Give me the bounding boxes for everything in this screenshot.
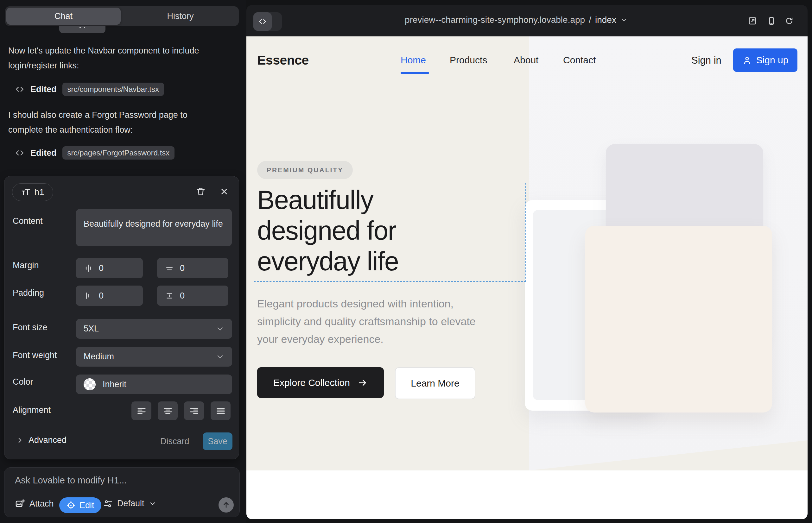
hero-cta-row: Explore Collection Learn More xyxy=(257,367,475,399)
padding-label: Padding xyxy=(13,288,44,298)
edit-mode-button[interactable]: Edit xyxy=(59,497,101,513)
code-icon xyxy=(15,84,25,94)
site-logo[interactable]: Essence xyxy=(257,53,309,68)
element-tag-label: h1 xyxy=(34,187,44,197)
learn-more-label: Learn More xyxy=(411,378,459,389)
code-preview-toggle[interactable] xyxy=(253,12,282,31)
mobile-device-icon xyxy=(767,16,776,25)
close-panel-button[interactable] xyxy=(217,184,231,198)
nav-link-contact[interactable]: Contact xyxy=(563,55,596,66)
explore-collection-button[interactable]: Explore Collection xyxy=(257,367,384,398)
refresh-button[interactable] xyxy=(782,16,796,26)
edited-label: Edited xyxy=(30,85,57,94)
code-icon xyxy=(253,12,272,31)
chevron-down-icon xyxy=(620,16,628,24)
chevron-down-icon xyxy=(149,500,156,507)
alignment-label: Alignment xyxy=(13,405,51,415)
edited-file-row[interactable]: Edited src/components/Navbar.tsx xyxy=(15,82,164,96)
send-button[interactable] xyxy=(218,497,234,512)
transparent-color-swatch-icon xyxy=(84,378,96,390)
url-domain: preview--charming-site-symphony.lovable.… xyxy=(405,15,585,25)
url-path: index xyxy=(595,15,616,25)
padding-x-input[interactable]: 0 xyxy=(76,286,143,306)
sign-up-button[interactable]: Sign up xyxy=(733,49,797,72)
hero-paragraph: Elegant products designed with intention… xyxy=(257,295,498,348)
hero-heading[interactable]: Beautifully designed for everyday life xyxy=(257,184,399,277)
advanced-toggle[interactable]: Advanced xyxy=(16,435,67,445)
attach-button[interactable]: Attach xyxy=(15,499,54,509)
align-left-icon xyxy=(136,405,147,416)
align-justify-button[interactable] xyxy=(211,401,231,420)
align-right-button[interactable] xyxy=(184,401,204,420)
margin-y-value: 0 xyxy=(180,264,184,273)
save-button[interactable]: Save xyxy=(203,432,232,450)
padding-horizontal-icon xyxy=(84,291,93,301)
file-chip[interactable]: src/components/Navbar.tsx xyxy=(63,83,164,96)
element-tag-pill[interactable]: h1 xyxy=(12,183,53,201)
margin-x-input[interactable]: 0 xyxy=(76,258,143,278)
composer-input[interactable]: Ask Lovable to modify H1... xyxy=(15,475,127,486)
decorative-card-cream xyxy=(585,226,772,413)
edited-label: Edited xyxy=(30,148,57,158)
file-chip[interactable]: src/pages/ForgotPassword.tsx xyxy=(63,146,175,160)
sign-up-label: Sign up xyxy=(756,55,789,66)
font-size-label: Font size xyxy=(13,323,48,332)
nav-link-about[interactable]: About xyxy=(514,55,539,66)
close-icon xyxy=(219,187,229,196)
preview-browser-window: preview--charming-site-symphony.lovable.… xyxy=(246,5,808,519)
url-bar[interactable]: preview--charming-site-symphony.lovable.… xyxy=(405,15,628,25)
nav-link-products[interactable]: Products xyxy=(450,55,487,66)
font-weight-select[interactable]: Medium xyxy=(76,347,232,366)
align-justify-icon xyxy=(215,405,226,416)
hero-heading-line: designed for xyxy=(257,215,399,246)
arrow-right-icon xyxy=(357,378,368,388)
chat-message: I should also create a Forgot Password p… xyxy=(8,108,205,138)
delete-element-button[interactable] xyxy=(194,184,208,198)
chevron-down-icon xyxy=(216,325,225,333)
trash-icon xyxy=(196,186,206,197)
mobile-view-button[interactable] xyxy=(764,16,778,26)
margin-horizontal-icon xyxy=(84,264,93,273)
sliders-icon xyxy=(103,499,113,508)
padding-y-value: 0 xyxy=(180,291,184,301)
align-center-button[interactable] xyxy=(158,401,178,420)
tab-chat[interactable]: Chat xyxy=(6,7,121,25)
attach-image-icon xyxy=(15,499,25,509)
font-weight-label: Font weight xyxy=(13,350,57,360)
nav-link-home[interactable]: Home xyxy=(401,55,426,66)
padding-x-value: 0 xyxy=(99,291,104,301)
margin-y-input[interactable]: 0 xyxy=(157,258,228,278)
refresh-icon xyxy=(785,16,794,25)
content-input[interactable]: Beautifully designed for everyday life xyxy=(76,209,232,246)
padding-y-input[interactable]: 0 xyxy=(157,286,228,306)
url-separator: / xyxy=(589,15,591,25)
align-left-button[interactable] xyxy=(131,401,152,420)
mode-label: Default xyxy=(117,499,144,508)
lovable-sidebar: Chat History Now let's update the Navbar… xyxy=(0,0,246,523)
scrolled-chip-stub xyxy=(59,26,105,33)
external-link-icon xyxy=(748,16,757,26)
model-mode-select[interactable]: Default xyxy=(103,499,156,508)
advanced-label: Advanced xyxy=(29,435,67,445)
chat-history-tabs: Chat History xyxy=(5,6,239,26)
learn-more-button[interactable]: Learn More xyxy=(395,367,475,399)
font-size-select[interactable]: 5XL xyxy=(76,319,232,339)
padding-vertical-icon xyxy=(165,291,174,301)
align-right-icon xyxy=(189,405,199,416)
explore-collection-label: Explore Collection xyxy=(273,377,350,388)
tab-history[interactable]: History xyxy=(123,7,237,25)
margin-label: Margin xyxy=(13,260,39,270)
content-label: Content xyxy=(13,216,43,226)
sign-in-link[interactable]: Sign in xyxy=(691,55,721,66)
margin-x-value: 0 xyxy=(99,264,104,273)
font-weight-value: Medium xyxy=(84,352,114,362)
preview-page: Essence Home Products About Contact Sign… xyxy=(246,36,808,519)
open-in-new-tab-button[interactable] xyxy=(745,16,759,26)
color-label: Color xyxy=(13,377,33,387)
discard-button[interactable]: Discard xyxy=(160,437,189,446)
attach-label: Attach xyxy=(30,499,54,509)
chevron-right-icon xyxy=(16,436,24,445)
color-select[interactable]: Inherit xyxy=(76,375,232,394)
hero-heading-line: everyday life xyxy=(257,246,399,277)
edited-file-row[interactable]: Edited src/pages/ForgotPassword.tsx xyxy=(15,146,175,160)
